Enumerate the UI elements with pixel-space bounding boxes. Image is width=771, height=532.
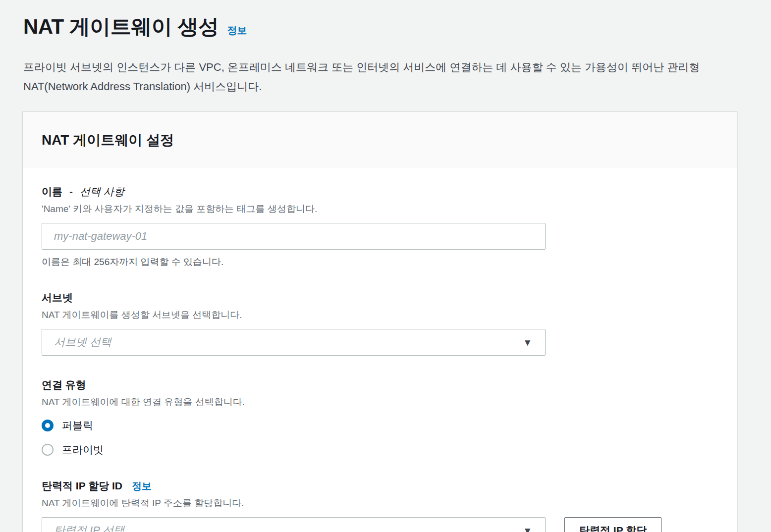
eip-select[interactable]: 탄력적 IP 선택 ▼ <box>42 517 546 532</box>
name-input[interactable] <box>42 223 546 250</box>
radio-public-button[interactable] <box>42 420 54 431</box>
connectivity-field-group: 연결 유형 NAT 게이트웨이에 대한 연결 유형을 선택합니다. 퍼블릭 프라… <box>42 378 718 457</box>
name-field-label: 이름 <box>42 185 62 199</box>
eip-select-placeholder: 탄력적 IP 선택 <box>54 523 124 532</box>
page-description: 프라이빗 서브넷의 인스턴스가 다른 VPC, 온프레미스 네트워크 또는 인터… <box>23 57 715 96</box>
page-title-info-link[interactable]: 정보 <box>227 24 247 37</box>
subnet-select-placeholder: 서브넷 선택 <box>54 335 111 350</box>
connectivity-radio-group: 퍼블릭 프라이빗 <box>42 419 718 457</box>
name-field-constraint: 이름은 최대 256자까지 입력할 수 있습니다. <box>42 256 718 268</box>
radio-private-button[interactable] <box>42 444 54 456</box>
name-field-separator: - <box>69 186 73 198</box>
settings-card-title: NAT 게이트웨이 설정 <box>42 131 718 150</box>
chevron-down-icon: ▼ <box>523 338 532 347</box>
page-title: NAT 게이트웨이 생성 <box>23 13 219 41</box>
settings-card-body: 이름 - 선택 사항 'Name' 키와 사용자가 지정하는 값을 포함하는 태… <box>23 167 737 532</box>
radio-public-label: 퍼블릭 <box>62 419 93 432</box>
connectivity-field-label-row: 연결 유형 <box>42 378 718 392</box>
subnet-field-description: NAT 게이트웨이를 생성할 서브넷을 선택합니다. <box>42 308 718 321</box>
name-field-description: 'Name' 키와 사용자가 지정하는 값을 포함하는 태그를 생성합니다. <box>42 202 718 215</box>
subnet-field-label-row: 서브넷 <box>42 291 718 305</box>
name-field-group: 이름 - 선택 사항 'Name' 키와 사용자가 지정하는 값을 포함하는 태… <box>42 185 718 268</box>
eip-field-description: NAT 게이트웨이에 탄력적 IP 주소를 할당합니다. <box>42 496 718 510</box>
page-header: NAT 게이트웨이 생성 정보 <box>23 13 748 41</box>
connectivity-field-description: NAT 게이트웨이에 대한 연결 유형을 선택합니다. <box>42 395 718 409</box>
subnet-field-label: 서브넷 <box>42 291 73 305</box>
subnet-select[interactable]: 서브넷 선택 ▼ <box>42 329 546 356</box>
eip-field-group: 탄력적 IP 할당 ID 정보 NAT 게이트웨이에 탄력적 IP 주소를 할당… <box>42 479 718 532</box>
radio-private-label: 프라이빗 <box>62 443 104 457</box>
eip-select-row: 탄력적 IP 선택 ▼ 탄력적 IP 할당 <box>42 510 718 532</box>
eip-field-label: 탄력적 IP 할당 ID <box>42 479 122 493</box>
nat-gateway-settings-card: NAT 게이트웨이 설정 이름 - 선택 사항 'Name' 키와 사용자가 지… <box>22 111 737 532</box>
settings-card-header: NAT 게이트웨이 설정 <box>23 112 737 167</box>
connectivity-field-label: 연결 유형 <box>42 378 86 392</box>
eip-field-info-link[interactable]: 정보 <box>132 479 152 493</box>
name-field-label-row: 이름 - 선택 사항 <box>42 185 718 199</box>
radio-option-public[interactable]: 퍼블릭 <box>42 419 718 432</box>
chevron-down-icon: ▼ <box>523 526 532 532</box>
allocate-elastic-ip-button[interactable]: 탄력적 IP 할당 <box>564 517 661 532</box>
eip-field-label-row: 탄력적 IP 할당 ID 정보 <box>42 479 718 493</box>
subnet-field-group: 서브넷 NAT 게이트웨이를 생성할 서브넷을 선택합니다. 서브넷 선택 ▼ <box>42 291 718 356</box>
radio-option-private[interactable]: 프라이빗 <box>42 443 718 457</box>
create-nat-gateway-page: NAT 게이트웨이 생성 정보 프라이빗 서브넷의 인스턴스가 다른 VPC, … <box>0 0 771 532</box>
name-field-optional-tag: 선택 사항 <box>80 185 124 199</box>
